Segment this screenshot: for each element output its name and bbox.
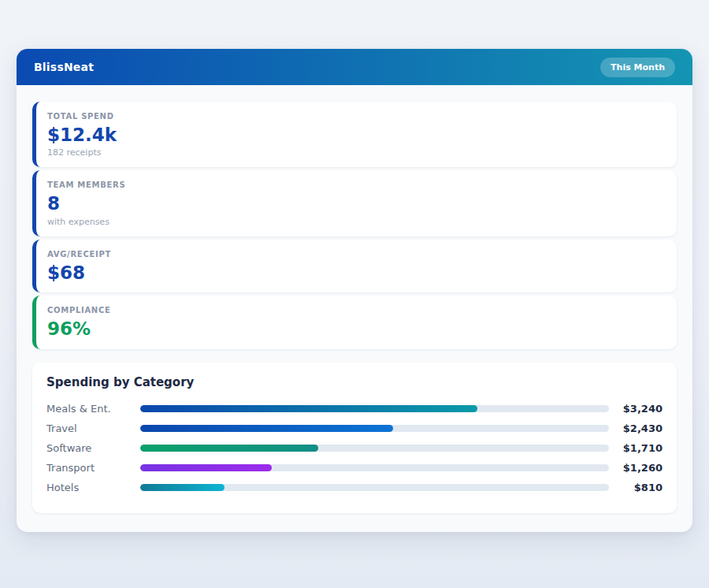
category-value: $3,240 [609, 403, 663, 415]
category-value: $1,710 [609, 442, 663, 454]
bar-fill [140, 484, 225, 491]
category-label: Hotels [46, 482, 140, 493]
category-label: Meals & Ent. [46, 403, 140, 415]
stat-subtitle: with expenses [47, 217, 663, 227]
stat-card: COMPLIANCE 96% [32, 296, 677, 348]
bar-fill [140, 464, 272, 471]
stat-label: TOTAL SPEND [47, 112, 663, 121]
stat-value: 96% [47, 318, 663, 339]
category-row: Transport $1,260 [46, 458, 663, 478]
stat-card: TOTAL SPEND $12.4k 182 receipts [32, 102, 677, 167]
stat-value: $12.4k [47, 125, 663, 145]
stat-label: TEAM MEMBERS [47, 180, 663, 189]
category-value: $1,260 [609, 462, 663, 474]
category-value: $2,430 [609, 422, 663, 434]
category-row: Hotels $810 [46, 478, 663, 497]
stat-card: TEAM MEMBERS 8 with expenses [32, 170, 677, 236]
app-header: BlissNeat This Month [17, 49, 692, 85]
chart-title: Spending by Category [46, 375, 663, 389]
category-bar-list: Meals & Ent. $3,240 Travel $2,430 Softwa… [46, 399, 663, 497]
stat-label: AVG/RECEIPT [47, 250, 663, 259]
bar-fill [140, 445, 318, 452]
category-value: $810 [609, 482, 663, 493]
bar-fill [140, 425, 393, 432]
period-selector-badge[interactable]: This Month [600, 58, 675, 77]
bar-track [140, 425, 609, 432]
spending-chart-card: Spending by Category Meals & Ent. $3,240… [32, 363, 677, 513]
bar-track [140, 445, 609, 452]
bar-track [140, 464, 609, 471]
category-row: Software $1,710 [46, 438, 663, 458]
stat-value: 8 [47, 193, 663, 214]
dashboard-content: TOTAL SPEND $12.4k 182 receipts TEAM MEM… [17, 85, 692, 532]
stat-value: $68 [47, 262, 663, 283]
stat-subtitle: 182 receipts [47, 147, 663, 158]
bar-fill [140, 405, 477, 412]
app-title: BlissNeat [34, 61, 94, 73]
category-label: Travel [46, 422, 140, 434]
stat-card-list: TOTAL SPEND $12.4k 182 receipts TEAM MEM… [32, 102, 677, 349]
bar-track [140, 405, 609, 412]
category-label: Software [46, 442, 140, 454]
category-row: Travel $2,430 [46, 419, 663, 438]
dashboard-card: BlissNeat This Month TOTAL SPEND $12.4k … [17, 49, 692, 532]
category-label: Transport [46, 462, 140, 474]
bar-track [140, 484, 609, 491]
stat-card: AVG/RECEIPT $68 [32, 240, 677, 292]
stat-label: COMPLIANCE [47, 306, 663, 314]
category-row: Meals & Ent. $3,240 [46, 399, 663, 419]
